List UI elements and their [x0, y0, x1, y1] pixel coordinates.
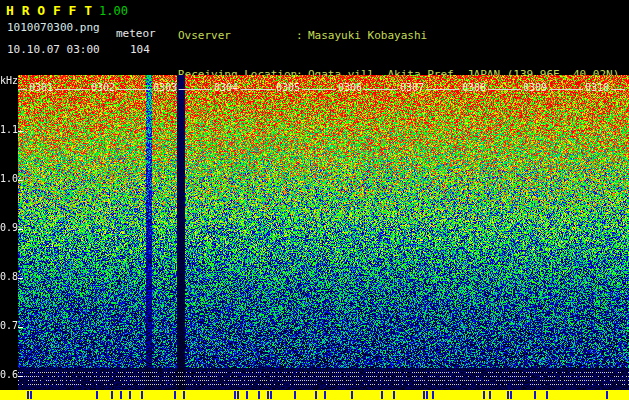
- meteor-label: meteor: [116, 27, 156, 40]
- info-value: Masayuki Kobayashi: [308, 29, 427, 42]
- time-tick-label: 0306: [338, 83, 362, 93]
- freq-tick-label: 0.9: [0, 223, 16, 233]
- info-label: Ovserver: [178, 29, 296, 42]
- filename: 1010070300.png: [7, 21, 100, 34]
- time-tick-label: 0301: [29, 83, 53, 93]
- app-version: 1.00: [99, 4, 128, 18]
- time-tick-label: 0308: [462, 83, 486, 93]
- time-tick-label: 0309: [523, 83, 547, 93]
- hrofft-window: H R O F F T 1.00 1010070300.png meteor 1…: [0, 0, 629, 400]
- time-tick-label: 0303: [153, 83, 177, 93]
- app-title: H R O F F T: [6, 3, 92, 18]
- time-tick-label: 0302: [91, 83, 115, 93]
- time-tick-label: 0304: [214, 83, 238, 93]
- freq-unit-label: kHz: [0, 76, 16, 86]
- time-tick-label: 0307: [400, 83, 424, 93]
- freq-tick-label: 0.7: [0, 321, 16, 331]
- freq-tick-label: 1.1: [0, 125, 16, 135]
- spectrogram-canvas: [0, 75, 629, 400]
- meteor-count: 104: [130, 43, 150, 56]
- timestamp: 10.10.07 03:00: [7, 43, 100, 56]
- info-colon: :: [296, 29, 308, 42]
- time-tick-label: 0305: [276, 83, 300, 93]
- info-row-observer: Ovserver:Masayuki Kobayashi: [178, 29, 619, 42]
- freq-tick-label: 0.6: [0, 370, 16, 380]
- time-tick-label: 0310: [585, 83, 609, 93]
- freq-tick-label: 0.8: [0, 272, 16, 282]
- freq-tick-label: 1.0: [0, 174, 16, 184]
